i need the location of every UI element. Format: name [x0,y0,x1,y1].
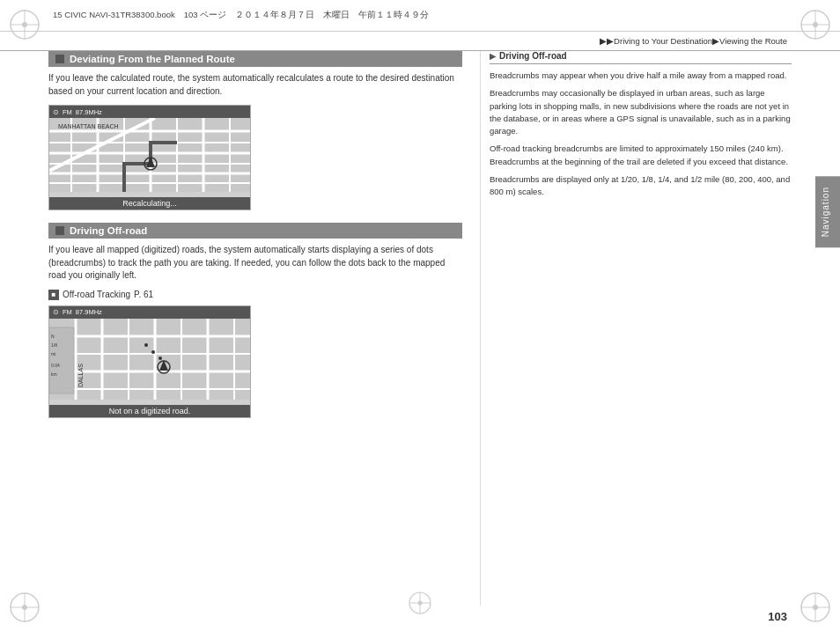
svg-point-55 [158,356,162,360]
svg-point-54 [151,350,155,354]
nav-tab-label: Navigation [821,187,830,237]
section2-body: If you leave all mapped (digitized) road… [48,244,462,283]
breadcrumb-text: ▶▶Driving to Your Destination▶Viewing th… [600,36,787,46]
svg-point-11 [22,605,27,610]
right-heading-icon: ▶ [490,52,496,61]
corner-decoration-br [798,590,833,625]
recalc-bar: Recalculating... [49,197,250,209]
section1-heading: Deviating From the Planned Route [48,51,462,67]
map1-freq: 87.9MHz [76,108,102,116]
map2-image: ⊙ FM 87.9MHz [48,305,251,418]
right-col-heading: ▶ Driving Off-road [490,51,792,64]
svg-point-53 [144,343,148,347]
right-col-para4: Breadcrumbs are displayed only at 1/20, … [490,173,792,199]
map1-image: ⊙ FM 87.9MHz [48,105,251,210]
right-col-heading-text: Driving Off-road [499,51,567,61]
svg-text:0.04: 0.04 [51,363,60,368]
section2-heading-text: Driving Off-road [70,225,147,236]
crossref-label: Off-road Tracking [63,290,130,299]
right-column: ▶ Driving Off-road Breadcrumbs may appea… [480,51,792,606]
breadcrumb-header: ▶▶Driving to Your Destination▶Viewing th… [0,32,840,51]
section1-body: If you leave the calculated route, the s… [48,72,462,98]
map2-freq: 87.9MHz [76,308,102,316]
crossref-page: P. 61 [134,290,153,299]
top-bar: 15 CIVIC NAVI-31TR38300.book 103 ページ ２０１… [0,0,840,32]
svg-point-62 [418,601,423,606]
main-content: Deviating From the Planned Route If you … [48,51,792,606]
notdigitized-bar: Not on a digitized road. [49,405,250,417]
svg-text:1/8: 1/8 [51,342,57,348]
svg-text:mi: mi [51,351,55,356]
map2-topbar: ⊙ FM 87.9MHz [49,306,250,319]
nav-tab: Navigation [815,176,840,247]
section2-heading: Driving Off-road [48,223,462,239]
heading-square2-icon [55,226,64,235]
map2-roads: DALLAS N 1/8 mi 0.04 km [49,319,250,400]
heading-square-icon [55,55,64,63]
notdigitized-text: Not on a digitized road. [109,407,191,415]
svg-text:DALLAS: DALLAS [77,363,84,386]
svg-text:MANHATTAN BEACH: MANHATTAN BEACH [58,123,119,129]
crossref: ■ Off-road Tracking P. 61 [48,290,462,300]
svg-text:N: N [51,334,55,339]
corner-decoration-bl [7,590,42,625]
right-col-para2: Breadcrumbs may occasionally be displaye… [490,87,792,137]
recalc-text: Recalculating... [122,199,177,208]
right-col-para3: Off-road tracking breadcrumbs are limite… [490,143,792,168]
svg-text:km: km [51,371,57,377]
top-bar-text: 15 CIVIC NAVI-31TR38300.book 103 ページ ２０１… [53,10,429,21]
page-number: 103 [768,610,787,623]
svg-point-15 [813,605,818,610]
map1-compass-icon: ⊙ [53,108,59,116]
bottom-crosshair [407,590,433,618]
left-column: Deviating From the Planned Route If you … [48,51,480,606]
section1-heading-text: Deviating From the Planned Route [70,54,235,64]
map1-roads: MANHATTAN BEACH [49,118,250,192]
map1-topbar: ⊙ FM 87.9MHz [49,106,250,118]
crossref-icon: ■ [48,290,59,300]
map1-fm-label: FM [63,108,72,116]
map2-fm-label: FM [63,308,72,316]
right-col-para1: Breadcrumbs may appear when you drive ha… [490,70,792,82]
map2-compass-icon: ⊙ [53,308,59,316]
